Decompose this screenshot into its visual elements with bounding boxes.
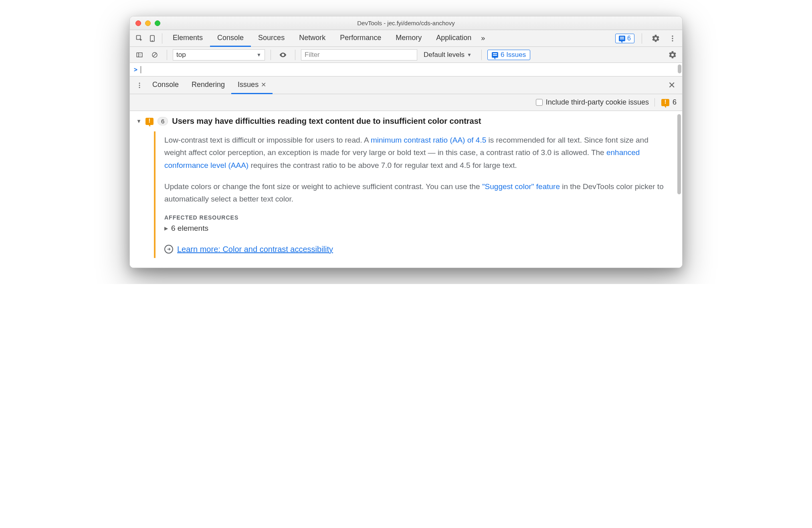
- svg-point-10: [139, 83, 140, 84]
- tab-network[interactable]: Network: [292, 30, 333, 47]
- issue-paragraph-2: Update colors or change the font size or…: [164, 180, 668, 206]
- kebab-menu-icon[interactable]: [666, 32, 679, 45]
- tab-elements[interactable]: Elements: [166, 30, 210, 47]
- issues-panel: ▼ ! 6 Users may have difficulties readin…: [130, 111, 682, 268]
- link-suggest-color[interactable]: "Suggest color" feature: [482, 182, 560, 191]
- console-filter-input[interactable]: Filter: [301, 49, 417, 60]
- issues-link-pill[interactable]: 6 Issues: [487, 50, 530, 60]
- divider: [295, 50, 295, 60]
- drawer-tab-issues[interactable]: Issues ✕: [231, 77, 273, 94]
- minimize-window-button[interactable]: [145, 20, 151, 26]
- svg-point-4: [672, 38, 673, 39]
- scrollbar-thumb[interactable]: [678, 64, 681, 73]
- close-drawer-icon[interactable]: ✕: [665, 80, 679, 91]
- device-toolbar-icon[interactable]: [146, 32, 159, 45]
- tab-memory[interactable]: Memory: [388, 30, 429, 47]
- tab-performance[interactable]: Performance: [333, 30, 388, 47]
- console-input-area[interactable]: >: [130, 63, 682, 77]
- issue-paragraph-1: Low-contrast text is difficult or imposs…: [164, 134, 668, 171]
- close-window-button[interactable]: [135, 20, 141, 26]
- window-controls: [130, 20, 160, 26]
- svg-line-9: [153, 53, 156, 56]
- issues-total-count: ! 6: [654, 98, 677, 107]
- svg-rect-6: [137, 52, 142, 57]
- affected-elements-row[interactable]: ▶ 6 elements: [164, 224, 668, 233]
- message-icon: [492, 52, 498, 58]
- close-tab-icon[interactable]: ✕: [261, 81, 266, 89]
- warning-icon: !: [145, 118, 154, 125]
- expand-triangle-icon[interactable]: ▼: [136, 118, 141, 124]
- inspect-element-icon[interactable]: [133, 32, 146, 45]
- tab-application[interactable]: Application: [429, 30, 479, 47]
- issue-count-pill: 6: [158, 117, 168, 125]
- context-value: top: [176, 51, 186, 59]
- divider: [162, 33, 162, 44]
- svg-point-5: [672, 40, 673, 41]
- drawer-tab-rendering[interactable]: Rendering: [185, 77, 231, 94]
- more-tabs-chevron-icon[interactable]: »: [479, 34, 487, 42]
- drawer-tab-console[interactable]: Console: [146, 77, 185, 94]
- console-settings-gear-icon[interactable]: [666, 48, 679, 61]
- live-expression-eye-icon[interactable]: [277, 48, 289, 61]
- issues-badge-count: 6: [627, 35, 631, 42]
- issues-total-number: 6: [673, 98, 677, 107]
- svg-point-3: [672, 35, 673, 36]
- issue-title: Users may have difficulties reading text…: [172, 117, 481, 126]
- text-cursor: [141, 66, 141, 73]
- settings-gear-icon[interactable]: [649, 32, 662, 45]
- drawer-kebab-icon[interactable]: [133, 79, 146, 92]
- drawer-tab-label: Issues: [238, 81, 259, 89]
- log-levels-select[interactable]: Default levels ▼: [420, 51, 476, 59]
- issues-pill-label: 6 Issues: [501, 51, 526, 59]
- divider: [481, 50, 482, 60]
- message-icon: [619, 36, 625, 41]
- affected-elements-text: 6 elements: [171, 224, 208, 233]
- svg-point-12: [139, 87, 140, 88]
- expand-triangle-icon[interactable]: ▶: [164, 226, 168, 231]
- titlebar: DevTools - jec.fyi/demo/cds-anchovy: [130, 16, 682, 30]
- drawer-tabs-row: Console Rendering Issues ✕ ✕: [130, 77, 682, 94]
- learn-more-link[interactable]: Learn more: Color and contrast accessibi…: [177, 245, 333, 254]
- third-party-label: Include third-party cookie issues: [546, 98, 649, 107]
- maximize-window-button[interactable]: [155, 20, 160, 26]
- warning-icon: !: [661, 99, 669, 106]
- scrollbar-thumb[interactable]: [677, 114, 681, 194]
- clear-console-icon[interactable]: [148, 48, 161, 61]
- checkbox-unchecked-icon[interactable]: [536, 99, 543, 106]
- divider: [167, 50, 167, 60]
- filter-placeholder: Filter: [305, 51, 320, 59]
- external-link-icon: [164, 245, 173, 254]
- main-tabs-row: Elements Console Sources Network Perform…: [130, 30, 682, 47]
- divider: [642, 33, 642, 44]
- link-min-contrast[interactable]: minimum contrast ratio (AA) of 4.5: [371, 136, 486, 144]
- levels-label: Default levels: [424, 51, 465, 59]
- console-toolbar: top ▼ Filter Default levels ▼ 6 Issues: [130, 47, 682, 63]
- learn-more-row: Learn more: Color and contrast accessibi…: [164, 245, 668, 254]
- third-party-checkbox-row[interactable]: Include third-party cookie issues: [536, 98, 649, 107]
- svg-point-11: [139, 85, 140, 86]
- issue-header-row[interactable]: ▼ ! 6 Users may have difficulties readin…: [136, 117, 676, 126]
- affected-resources-label: AFFECTED RESOURCES: [164, 214, 668, 221]
- tab-console[interactable]: Console: [210, 30, 251, 47]
- console-prompt-chevron: >: [134, 66, 137, 73]
- tab-sources[interactable]: Sources: [251, 30, 292, 47]
- console-sidebar-toggle-icon[interactable]: [133, 48, 146, 61]
- issue-details: Low-contrast text is difficult or imposs…: [154, 131, 676, 258]
- devtools-window: DevTools - jec.fyi/demo/cds-anchovy Elem…: [129, 16, 683, 268]
- chevron-down-icon: ▼: [467, 52, 472, 58]
- issues-count-badge[interactable]: 6: [615, 34, 634, 43]
- chevron-down-icon: ▼: [257, 52, 261, 58]
- divider: [271, 50, 271, 60]
- window-title: DevTools - jec.fyi/demo/cds-anchovy: [130, 20, 682, 26]
- execution-context-select[interactable]: top ▼: [173, 49, 265, 60]
- issues-filter-bar: Include third-party cookie issues ! 6: [130, 94, 682, 111]
